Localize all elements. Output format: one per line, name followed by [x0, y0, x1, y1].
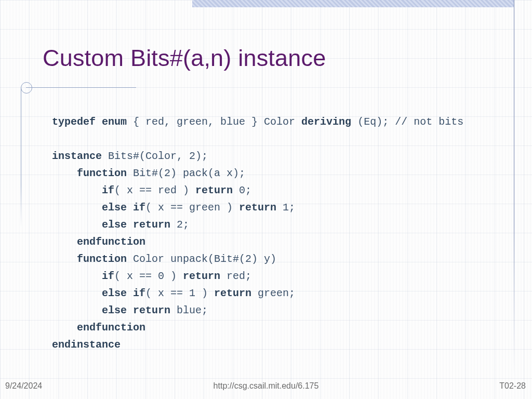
- top-decoration-strip: [192, 0, 514, 7]
- code-line: else if( x == 1 ) return green;: [52, 287, 295, 299]
- code-line: endfunction: [52, 236, 145, 248]
- right-vertical-rule: [514, 0, 514, 378]
- code-line: typedef enum { red, green, blue } Color …: [52, 116, 463, 128]
- code-line: if( x == 0 ) return red;: [52, 270, 251, 282]
- code-line: if( x == red ) return 0;: [52, 184, 251, 196]
- circle-icon: [21, 82, 32, 94]
- code-line: endinstance: [52, 339, 121, 351]
- code-line: else return blue;: [52, 304, 208, 316]
- code-block: typedef enum { red, green, blue } Color …: [52, 113, 501, 353]
- left-vertical-rule: [21, 87, 21, 228]
- code-line: instance Bits#(Color, 2);: [52, 150, 208, 162]
- slide-title: Custom Bits#(a,n) instance: [43, 45, 326, 72]
- code-line: function Bit#(2) pack(a x);: [52, 167, 245, 179]
- code-line: else return 2;: [52, 219, 189, 231]
- code-line: function Color unpack(Bit#(2) y): [52, 253, 276, 265]
- title-underline-decoration: [11, 82, 136, 95]
- code-line: else if( x == green ) return 1;: [52, 202, 295, 214]
- horizontal-rule: [26, 87, 136, 88]
- code-line: endfunction: [52, 322, 145, 334]
- footer-url: http://csg.csail.mit.edu/6.175: [0, 381, 532, 391]
- footer-page-number: T02-28: [499, 381, 526, 391]
